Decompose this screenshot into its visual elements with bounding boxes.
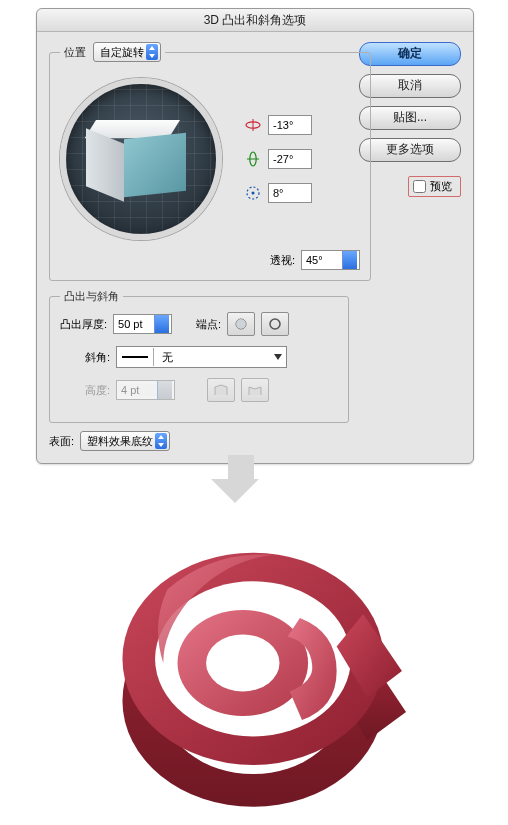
dropdown-caret-icon	[274, 354, 282, 360]
surface-label: 表面:	[49, 434, 74, 449]
ok-button[interactable]: 确定	[359, 42, 461, 66]
preview-checkbox-input[interactable]	[413, 180, 426, 193]
svg-point-14	[206, 634, 279, 691]
cube-preview[interactable]	[60, 78, 222, 240]
dialog-body: 确定 取消 贴图... 更多选项 预览 位置 自定旋转	[37, 32, 473, 463]
cap-label: 端点:	[196, 317, 221, 332]
bevel-select[interactable]: 无	[116, 346, 287, 368]
bevel-row: 斜角: 无	[60, 346, 338, 368]
position-legend: 位置 自定旋转	[60, 42, 165, 62]
surface-select[interactable]: 塑料效果底纹	[80, 431, 170, 451]
stepper-icon	[157, 381, 172, 399]
depth-row: 凸出厚度: 端点:	[60, 312, 338, 336]
rotate-z-row	[244, 183, 312, 203]
dialog-3d-extrude: 3D 凸出和斜角选项 确定 取消 贴图... 更多选项 预览 位置 自定旋转	[36, 8, 474, 464]
perspective-row: 透视:	[60, 250, 360, 270]
rotate-x-icon	[244, 116, 262, 134]
angle-controls	[244, 115, 312, 203]
map-art-button[interactable]: 贴图...	[359, 106, 461, 130]
rotate-x-row	[244, 115, 312, 135]
svg-point-5	[252, 192, 255, 195]
page: 3D 凸出和斜角选项 确定 取消 贴图... 更多选项 预览 位置 自定旋转	[0, 0, 508, 825]
extrude-legend: 凸出与斜角	[60, 289, 123, 304]
bevel-out-button	[241, 378, 269, 402]
bevel-height-input	[116, 380, 175, 400]
arrow-down-icon	[222, 455, 259, 503]
rotate-y-icon	[244, 150, 262, 168]
rotate-y-input[interactable]	[268, 149, 312, 169]
cap-off-button[interactable]	[261, 312, 289, 336]
bevel-label: 斜角:	[60, 350, 110, 365]
dialog-title: 3D 凸出和斜角选项	[37, 9, 473, 32]
position-preset-select[interactable]: 自定旋转	[93, 42, 161, 62]
bevel-in-button	[207, 378, 235, 402]
dropdown-arrows-icon	[155, 433, 167, 449]
dropdown-arrows-icon	[146, 44, 158, 60]
result-3d-at-sign	[100, 518, 406, 814]
cube-icon	[96, 120, 186, 198]
bevel-thumb-icon	[117, 348, 154, 366]
bevel-height-row: 高度:	[60, 378, 338, 402]
surface-row: 表面: 塑料效果底纹	[49, 431, 461, 451]
preview-checkbox[interactable]: 预览	[408, 176, 461, 197]
rotate-y-row	[244, 149, 312, 169]
rotate-z-icon	[244, 184, 262, 202]
button-column: 确定 取消 贴图... 更多选项 预览	[357, 42, 461, 197]
preview-checkbox-label: 预览	[430, 179, 452, 194]
more-options-button[interactable]: 更多选项	[359, 138, 461, 162]
extrude-group: 凸出与斜角 凸出厚度: 端点:	[49, 289, 349, 423]
rotate-z-input[interactable]	[268, 183, 312, 203]
position-group: 位置 自定旋转	[49, 42, 371, 281]
depth-input[interactable]	[113, 314, 172, 334]
svg-point-8	[270, 319, 280, 329]
stepper-icon[interactable]	[342, 251, 357, 269]
cancel-button[interactable]: 取消	[359, 74, 461, 98]
perspective-label: 透视:	[270, 253, 295, 268]
perspective-input[interactable]	[301, 250, 360, 270]
depth-label: 凸出厚度:	[60, 317, 107, 332]
bevel-height-label: 高度:	[60, 383, 110, 398]
preview-zone	[60, 78, 360, 240]
stepper-icon[interactable]	[154, 315, 169, 333]
cap-on-button[interactable]	[227, 312, 255, 336]
rotate-x-input[interactable]	[268, 115, 312, 135]
svg-point-7	[236, 319, 246, 329]
